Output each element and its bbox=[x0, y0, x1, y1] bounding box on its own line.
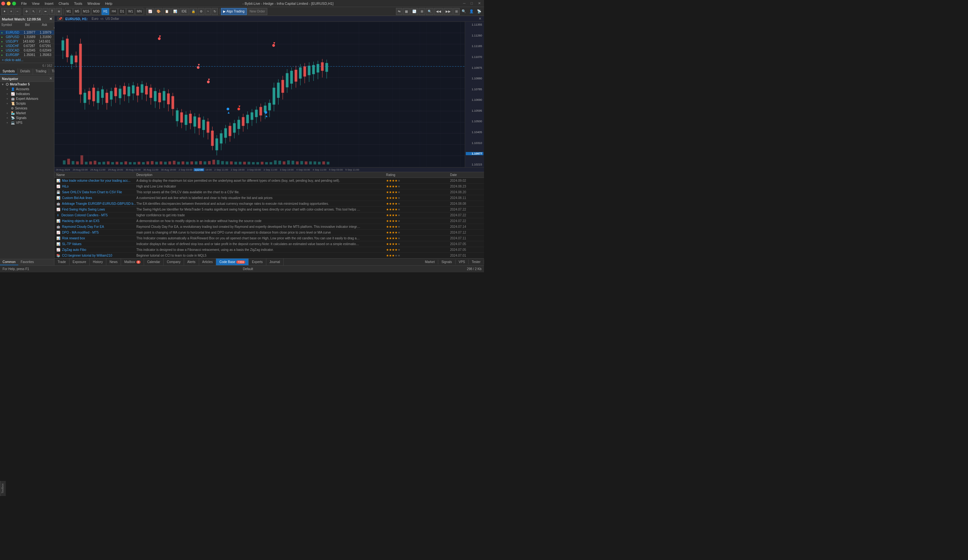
tab-tester-right[interactable]: Tester bbox=[469, 260, 484, 264]
menu-help[interactable]: Help bbox=[103, 1, 115, 6]
col-rating[interactable]: Rating bbox=[386, 173, 450, 177]
tf-h4[interactable]: H4 bbox=[110, 8, 118, 15]
menu-window[interactable]: Window bbox=[85, 1, 103, 6]
next-btn[interactable]: ▶▶ bbox=[444, 8, 453, 15]
chart-close-btn[interactable]: ✕ bbox=[479, 17, 481, 21]
navigator-close[interactable]: ✕ bbox=[49, 76, 52, 81]
tf-w1[interactable]: W1 bbox=[126, 8, 134, 15]
zoom-out-btn[interactable]: − bbox=[15, 8, 20, 15]
minimize-button[interactable] bbox=[7, 2, 11, 5]
zoom-chart-btn[interactable]: 🔍 bbox=[426, 8, 433, 15]
tf-mn[interactable]: MN bbox=[135, 8, 143, 15]
tab-details[interactable]: Details bbox=[18, 68, 33, 75]
list-item[interactable]: 📊 Hacking objects in an EX5 A demonstrat… bbox=[55, 218, 484, 224]
tab-mailbox[interactable]: Mailbox8 bbox=[121, 258, 144, 265]
menu-tools[interactable]: Tools bbox=[71, 1, 85, 6]
prev-btn[interactable]: ◀◀ bbox=[434, 8, 443, 15]
fib-btn[interactable]: ≋ bbox=[56, 8, 62, 15]
tf-m30[interactable]: M30 bbox=[91, 8, 101, 15]
tab-trade[interactable]: Trade bbox=[55, 258, 70, 265]
tf-h1[interactable]: H1 bbox=[101, 8, 109, 15]
mw-add-row[interactable]: + click to add... bbox=[0, 57, 54, 63]
profit-btn[interactable]: ▦ bbox=[403, 8, 410, 15]
balance-btn[interactable]: ⇋ bbox=[396, 8, 403, 15]
algo-trading-btn[interactable]: ▶ Algo Trading bbox=[221, 8, 247, 15]
chart-pin-btn[interactable]: 📌 bbox=[57, 17, 63, 21]
maximize-button[interactable] bbox=[12, 2, 16, 5]
menu-view[interactable]: View bbox=[30, 1, 42, 6]
tab-history[interactable]: History bbox=[90, 258, 106, 265]
search-icon[interactable]: 🔍 bbox=[460, 9, 467, 13]
grid-btn[interactable]: ⊞ bbox=[453, 8, 460, 15]
profile-icon[interactable]: 👤 bbox=[468, 9, 475, 13]
tab-codebase[interactable]: Code Base7359 bbox=[216, 258, 249, 265]
nav-item-market[interactable]: + 🏪 Market bbox=[0, 111, 54, 116]
nav-item-accounts[interactable]: + 👤 Accounts bbox=[0, 87, 54, 91]
tab-news[interactable]: News bbox=[106, 258, 121, 265]
list-item[interactable]: 📚 CCI beginner tutorial by William210 Be… bbox=[55, 253, 484, 258]
text-btn[interactable]: T bbox=[49, 8, 55, 15]
nav-item-scripts[interactable]: + 📜 Scripts bbox=[0, 101, 54, 106]
tab-calendar[interactable]: Calendar bbox=[144, 258, 164, 265]
nav-tab-common[interactable]: Common bbox=[0, 259, 18, 265]
col-name[interactable]: Name bbox=[56, 173, 136, 177]
arrow-btn[interactable]: ↖ bbox=[30, 8, 37, 15]
nav-item-signals[interactable]: + 📡 Signals bbox=[0, 116, 54, 120]
list-item[interactable]: 🤖 Arbitrage Triangle EURGBP-EURUSD-GBPUS… bbox=[55, 201, 484, 207]
ide-btn[interactable]: IDE bbox=[180, 8, 189, 15]
window-minimize-icon[interactable]: ─ bbox=[461, 1, 468, 6]
hline-btn[interactable]: ━ bbox=[43, 8, 48, 15]
list-item[interactable]: 🤖 Raymond Cloudy Day For EA Raymond Clou… bbox=[55, 224, 484, 230]
menu-insert[interactable]: Insert bbox=[42, 1, 56, 6]
line-btn[interactable]: / bbox=[38, 8, 42, 15]
tab-vps-right[interactable]: VPS bbox=[456, 260, 469, 264]
lock-btn[interactable]: 🔒 bbox=[189, 8, 197, 15]
list-item[interactable]: 📈 HiLo High and Low Line Indicator ★★★★★… bbox=[55, 184, 484, 189]
tab-market-right[interactable]: Market bbox=[422, 260, 438, 264]
tab-trading[interactable]: Trading bbox=[33, 68, 49, 75]
zoom-in-btn[interactable]: + bbox=[8, 8, 14, 15]
vps-btn[interactable]: ⚙ bbox=[198, 8, 204, 15]
col-date[interactable]: Date bbox=[450, 173, 482, 177]
menu-file[interactable]: File bbox=[18, 1, 30, 6]
nav-item-indicators[interactable]: + 📈 Indicators bbox=[0, 91, 54, 96]
tf-m5[interactable]: M5 bbox=[73, 8, 81, 15]
tab-experts[interactable]: Experts bbox=[249, 258, 266, 265]
tab-exposure[interactable]: Exposure bbox=[70, 258, 90, 265]
list-item[interactable]: 📈 ZigZag auto Fibo This indicator is des… bbox=[55, 247, 484, 253]
list-item[interactable]: 📈 DPO - MA modified - MT5 main point is … bbox=[55, 230, 484, 235]
window-restore-icon[interactable]: □ bbox=[469, 1, 475, 6]
tf-d1[interactable]: D1 bbox=[118, 8, 126, 15]
crosshair-btn[interactable]: ✛ bbox=[23, 8, 30, 15]
list-item[interactable]: 📈 Find Swing Highs Swing Lows The Swing … bbox=[55, 207, 484, 212]
nav-item-vps[interactable]: + 💻 VPS bbox=[0, 120, 54, 125]
tf-m1[interactable]: M1 bbox=[65, 8, 73, 15]
mw-row-usdjpy[interactable]: ▲ USDJPY 143.600 143.601 -0.09% bbox=[0, 39, 54, 44]
new-chart-btn[interactable]: ✦ bbox=[1, 8, 8, 15]
tab-alerts[interactable]: Alerts bbox=[184, 258, 199, 265]
chart-svg-area[interactable]: ▼ ▼ ▼ ▼ ▲ ▲ ▼ bbox=[55, 22, 484, 167]
menu-charts[interactable]: Charts bbox=[56, 1, 71, 6]
color-btn[interactable]: 🎨 bbox=[154, 8, 162, 15]
mw-row-usdchf[interactable]: ▲ USDCHF 0.67287 0.67291 0.05% bbox=[0, 44, 54, 48]
indicator-btn[interactable]: 📊 bbox=[171, 8, 179, 15]
tab-company[interactable]: Company bbox=[164, 258, 184, 265]
nav-tab-favorites[interactable]: Favorites bbox=[18, 259, 36, 265]
tab-symbols[interactable]: Symbols bbox=[0, 68, 18, 75]
col-desc[interactable]: Description bbox=[136, 173, 386, 177]
tf-m15[interactable]: M15 bbox=[81, 8, 91, 15]
broadcast-icon[interactable]: 📡 bbox=[476, 9, 483, 13]
window-close-icon[interactable]: ✕ bbox=[476, 1, 483, 6]
tab-journal[interactable]: Journal bbox=[266, 258, 283, 265]
list-item[interactable]: 🕯 Decision Colored Candles - MT5 higher … bbox=[55, 212, 484, 218]
new-order-btn[interactable]: New Order bbox=[247, 8, 267, 15]
stats-btn[interactable]: 📉 bbox=[410, 8, 418, 15]
mw-row-eurgbp[interactable]: ▲ EURGBP 1.35061 1.35063 0.01% bbox=[0, 53, 54, 57]
nav-item-experts[interactable]: + 🤖 Expert Advisors bbox=[0, 96, 54, 101]
market-watch-close[interactable]: ✕ bbox=[49, 17, 52, 21]
mw-row-eurusd[interactable]: ▲ EURUSD 1.10977 1.10979 0.13% bbox=[0, 30, 54, 35]
close-button[interactable] bbox=[1, 2, 5, 5]
template-btn[interactable]: 📋 bbox=[163, 8, 171, 15]
list-item[interactable]: 📊 Max trade volume checker for your trad… bbox=[55, 178, 484, 184]
signal-btn[interactable]: ~ bbox=[205, 8, 211, 15]
